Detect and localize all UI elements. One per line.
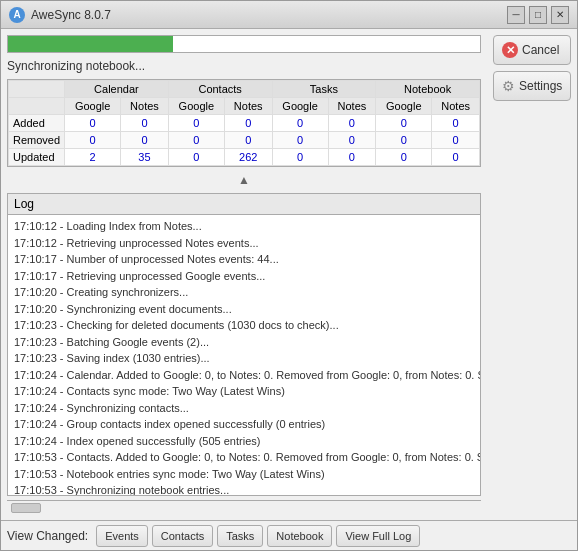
- updated-con-notes: 262: [224, 149, 272, 166]
- notebook-header: Notebook: [376, 81, 480, 98]
- added-nb-google: 0: [376, 115, 432, 132]
- log-entry: 17:10:24 - Synchronizing contacts...: [14, 400, 474, 417]
- log-entry: 17:10:53 - Notebook entries sync mode: T…: [14, 466, 474, 483]
- added-con-google: 0: [168, 115, 224, 132]
- sub-header-3: Notes: [224, 98, 272, 115]
- added-cal-google: 0: [65, 115, 121, 132]
- app-title: AweSync 8.0.7: [31, 8, 111, 22]
- view-changed-label: View Changed:: [7, 529, 88, 543]
- updated-con-google: 0: [168, 149, 224, 166]
- log-entry: 17:10:12 - Retrieving unprocessed Notes …: [14, 235, 474, 252]
- removed-label: Removed: [9, 132, 65, 149]
- title-bar: A AweSync 8.0.7 ─ □ ✕: [1, 1, 577, 29]
- sub-header-1: Notes: [121, 98, 169, 115]
- contacts-header: Contacts: [168, 81, 272, 98]
- log-header: Log: [8, 194, 480, 215]
- updated-row: Updated 2 35 0 262 0 0 0 0: [9, 149, 480, 166]
- added-label: Added: [9, 115, 65, 132]
- updated-cal-google: 2: [65, 149, 121, 166]
- sub-header-2: Google: [168, 98, 224, 115]
- added-nb-notes: 0: [432, 115, 480, 132]
- sync-table: Calendar Contacts Tasks Notebook Google …: [8, 80, 480, 166]
- content-area: Synchronizing notebook... Calendar Conta…: [1, 29, 577, 520]
- sub-header-5: Notes: [328, 98, 376, 115]
- added-row: Added 0 0 0 0 0 0 0 0: [9, 115, 480, 132]
- contacts-button[interactable]: Contacts: [152, 525, 213, 547]
- added-cal-notes: 0: [121, 115, 169, 132]
- added-task-notes: 0: [328, 115, 376, 132]
- log-section: Log 17:10:12 - Loading Index from Notes.…: [7, 193, 481, 496]
- log-entry: 17:10:24 - Index opened successfully (50…: [14, 433, 474, 450]
- gear-icon: ⚙: [502, 78, 515, 94]
- log-entry: 17:10:53 - Synchronizing notebook entrie…: [14, 482, 474, 495]
- added-con-notes: 0: [224, 115, 272, 132]
- maximize-button[interactable]: □: [529, 6, 547, 24]
- updated-task-google: 0: [272, 149, 328, 166]
- log-entry: 17:10:53 - Contacts. Added to Google: 0,…: [14, 449, 474, 466]
- removed-nb-google: 0: [376, 132, 432, 149]
- log-entry: 17:10:20 - Creating synchronizers...: [14, 284, 474, 301]
- removed-con-google: 0: [168, 132, 224, 149]
- bottom-bar: View Changed: Events Contacts Tasks Note…: [1, 520, 577, 550]
- updated-nb-notes: 0: [432, 149, 480, 166]
- log-entry: 17:10:23 - Batching Google events (2)...: [14, 334, 474, 351]
- removed-row: Removed 0 0 0 0 0 0 0 0: [9, 132, 480, 149]
- log-entry: 17:10:20 - Synchronizing event documents…: [14, 301, 474, 318]
- removed-cal-notes: 0: [121, 132, 169, 149]
- sub-header-0: Google: [65, 98, 121, 115]
- updated-cal-notes: 35: [121, 149, 169, 166]
- side-panel: ✕ Cancel ⚙ Settings: [487, 29, 577, 520]
- added-task-google: 0: [272, 115, 328, 132]
- cancel-button[interactable]: ✕ Cancel: [493, 35, 571, 65]
- progress-bar-fill: [8, 36, 173, 52]
- status-text: Synchronizing notebook...: [7, 57, 481, 75]
- horizontal-scrollbar[interactable]: [7, 500, 481, 514]
- events-button[interactable]: Events: [96, 525, 148, 547]
- log-entry: 17:10:24 - Group contacts index opened s…: [14, 416, 474, 433]
- removed-task-google: 0: [272, 132, 328, 149]
- removed-con-notes: 0: [224, 132, 272, 149]
- title-bar-left: A AweSync 8.0.7: [9, 7, 111, 23]
- sub-header-4: Google: [272, 98, 328, 115]
- removed-cal-google: 0: [65, 132, 121, 149]
- log-entry: 17:10:24 - Calendar. Added to Google: 0,…: [14, 367, 474, 384]
- tasks-button[interactable]: Tasks: [217, 525, 263, 547]
- log-entry: 17:10:17 - Retrieving unprocessed Google…: [14, 268, 474, 285]
- notebook-button[interactable]: Notebook: [267, 525, 332, 547]
- main-panel: Synchronizing notebook... Calendar Conta…: [1, 29, 487, 520]
- sync-table-container: Calendar Contacts Tasks Notebook Google …: [7, 79, 481, 167]
- row-label-header: [9, 98, 65, 115]
- minimize-button[interactable]: ─: [507, 6, 525, 24]
- main-window: A AweSync 8.0.7 ─ □ ✕ Synchronizing note…: [0, 0, 578, 551]
- log-entry: 17:10:17 - Number of unprocessed Notes e…: [14, 251, 474, 268]
- sub-header-7: Notes: [432, 98, 480, 115]
- app-icon: A: [9, 7, 25, 23]
- log-entry: 17:10:23 - Checking for deleted document…: [14, 317, 474, 334]
- sub-header-6: Google: [376, 98, 432, 115]
- log-entry: 17:10:23 - Saving index (1030 entries)..…: [14, 350, 474, 367]
- settings-button[interactable]: ⚙ Settings: [493, 71, 571, 101]
- updated-task-notes: 0: [328, 149, 376, 166]
- close-button[interactable]: ✕: [551, 6, 569, 24]
- progress-bar-container: [7, 35, 481, 53]
- view-full-log-button[interactable]: View Full Log: [336, 525, 420, 547]
- scrollbar-h-thumb[interactable]: [11, 503, 41, 513]
- calendar-header: Calendar: [65, 81, 169, 98]
- updated-nb-google: 0: [376, 149, 432, 166]
- cancel-icon: ✕: [502, 42, 518, 58]
- empty-header: [9, 81, 65, 98]
- removed-nb-notes: 0: [432, 132, 480, 149]
- updated-label: Updated: [9, 149, 65, 166]
- title-controls: ─ □ ✕: [507, 6, 569, 24]
- log-content[interactable]: 17:10:12 - Loading Index from Notes...17…: [8, 215, 480, 495]
- log-entry: 17:10:12 - Loading Index from Notes...: [14, 218, 474, 235]
- tasks-header: Tasks: [272, 81, 376, 98]
- removed-task-notes: 0: [328, 132, 376, 149]
- log-entry: 17:10:24 - Contacts sync mode: Two Way (…: [14, 383, 474, 400]
- divider-arrow[interactable]: ▲: [7, 171, 481, 189]
